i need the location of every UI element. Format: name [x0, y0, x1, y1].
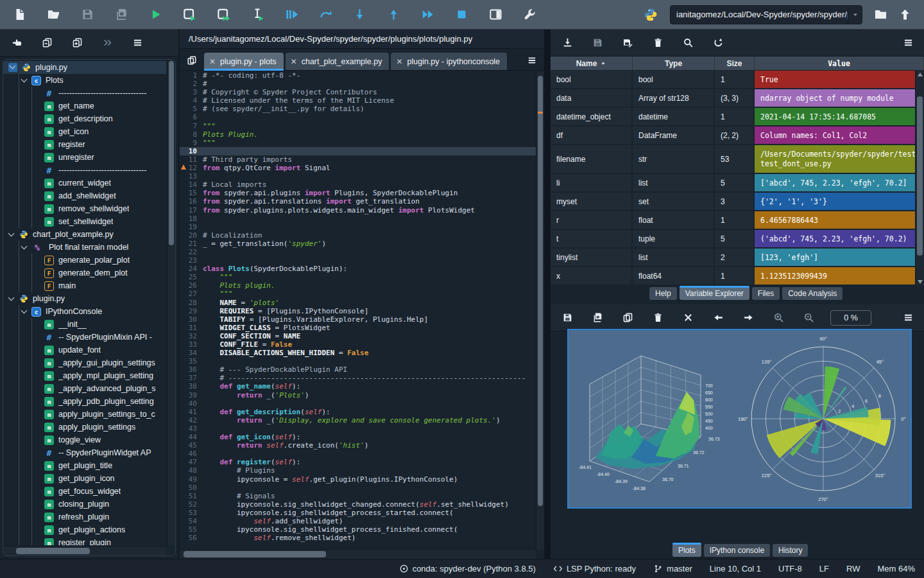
editor-tab-menu-button[interactable] [524, 52, 540, 69]
outline-item-get_description[interactable]: mget_description [3, 112, 166, 125]
variable-row-datetime_object[interactable]: datetime_objectdatetime12021-04-14 17:35… [551, 108, 924, 127]
step-return-button[interactable] [382, 4, 405, 26]
outline-item-unregister[interactable]: munregister [3, 151, 166, 164]
variable-explorer-options-button[interactable] [897, 33, 919, 53]
tab-help[interactable]: Help [649, 287, 677, 300]
outline-item-main[interactable]: Fmain [3, 279, 166, 292]
outline-item-_apply_gui_plugin_settings[interactable]: m_apply_gui_plugin_settings [3, 356, 166, 369]
expand-all-button[interactable] [66, 33, 88, 53]
variable-value[interactable]: 1.1235123099439 [755, 267, 924, 285]
variable-row-x[interactable]: xfloat6411.1235123099439 [551, 267, 924, 286]
code-editor[interactable]: 1# -*- coding: utf-8 -*-2#3# Copyright ©… [180, 71, 536, 549]
run-cell-button[interactable] [178, 4, 201, 26]
tab-history[interactable]: History [773, 544, 808, 557]
previous-plot-button[interactable] [707, 308, 729, 328]
tab-plots[interactable]: Plots [672, 544, 701, 557]
outline-item-apply_plugin_settings_to_c[interactable]: mapply_plugin_settings_to_c [3, 408, 166, 421]
column-header-name[interactable]: Name [551, 57, 633, 70]
outline-item-plot-final-terrain-model[interactable]: %Plot final terrain model [3, 241, 166, 254]
variable-row-tinylist[interactable]: tinylistlist2[123, 'efgh'] [551, 249, 924, 267]
new-file-button[interactable] [8, 4, 31, 26]
tab-ipython-console[interactable]: IPython console [704, 544, 770, 557]
outline-item-toggle_view[interactable]: mtoggle_view [3, 434, 166, 446]
outline-horizontal-scrollbar[interactable] [3, 546, 167, 556]
refresh-variables-button[interactable] [707, 33, 729, 53]
debug-stop-button[interactable] [450, 4, 473, 26]
outline-item-current_widget[interactable]: mcurrent_widget [3, 177, 166, 189]
outline-item-closing_plugin[interactable]: mclosing_plugin [3, 498, 166, 511]
preferences-button[interactable] [518, 4, 541, 26]
maximize-pane-button[interactable] [484, 4, 507, 26]
variable-row-myset[interactable]: mysetset3{'2', '1', '3'} [551, 193, 924, 211]
column-header-value[interactable]: Value [755, 57, 924, 70]
chevron-down-icon[interactable] [8, 231, 15, 238]
remove-variable-button[interactable] [647, 33, 669, 53]
outline-item-_apply_pdb_plugin_setting[interactable]: m_apply_pdb_plugin_setting [3, 395, 166, 408]
outline-item-ipythonconsole[interactable]: cIPythonConsole [3, 305, 166, 318]
variable-row-df[interactable]: dfDataFrame(2, 2)Column names: Col1, Col… [551, 127, 924, 145]
variable-row-data[interactable]: dataArray of str128(3, 3)ndarray object … [551, 89, 924, 108]
save-button[interactable] [76, 4, 99, 26]
tab-code-analysis[interactable]: Code Analysis [782, 287, 843, 300]
outline-vertical-scrollbar[interactable] [167, 60, 175, 545]
zoom-in-button[interactable] [767, 308, 789, 328]
chevron-down-icon[interactable] [8, 295, 15, 302]
variable-value[interactable]: /Users/Documents/spyder/spyder/tests, te… [755, 145, 924, 173]
outline-item-get_plugin_icon[interactable]: mget_plugin_icon [3, 472, 166, 485]
plots-options-button[interactable] [897, 308, 919, 328]
outline-item-chart_plot_example.py[interactable]: chart_plot_example.py [3, 228, 166, 241]
variable-value[interactable]: [123, 'efgh'] [755, 249, 924, 266]
save-all-plots-button[interactable] [586, 308, 608, 328]
tab-variable-explorer[interactable]: Variable Explorer [680, 287, 749, 300]
outline-item-plugin.py[interactable]: plugin.py [3, 292, 166, 305]
close-icon[interactable]: ✕ [291, 57, 297, 66]
chevron-down-icon[interactable] [21, 77, 28, 83]
save-all-button[interactable] [110, 4, 133, 26]
outline-item-get_name[interactable]: mget_name [3, 100, 166, 112]
browse-tabs-button[interactable] [184, 52, 200, 69]
step-over-button[interactable] [314, 4, 337, 26]
outline-item-generate_dem_plot[interactable]: Fgenerate_dem_plot [3, 267, 166, 279]
next-plot-button[interactable] [737, 308, 759, 328]
save-data-as-button[interactable] [617, 33, 638, 53]
editor-tab-chart_plot_example.py[interactable]: ✕chart_plot_example.py [286, 53, 389, 70]
working-directory-value[interactable]: ianitagomez/Local/Dev-Spyder/spyder/spyd… [671, 10, 848, 19]
chevron-down-icon[interactable] [8, 63, 17, 72]
plot-thumbnail[interactable]: 700650600550500450400-84.41-84.40-84.39-… [567, 329, 912, 509]
variable-value[interactable]: {'2', '1', '3'} [755, 193, 924, 210]
step-into-button[interactable] [348, 4, 371, 26]
follow-chevrons-button[interactable] [96, 33, 118, 53]
outline-item-register_plugin[interactable]: mregister_plugin [3, 536, 166, 545]
variable-row-li[interactable]: lilist5['abcd', 745, 2.23, 'efgh', 70.2] [551, 174, 924, 193]
column-header-type[interactable]: Type [633, 57, 715, 70]
outline-item-get_plugin_title[interactable]: mget_plugin_title [3, 459, 166, 472]
status-lsp-status[interactable]: LSP Python: ready [553, 564, 636, 574]
outline-item-plugin.py[interactable]: plugin.py [3, 61, 166, 74]
search-variable-button[interactable] [677, 33, 699, 53]
variable-table-scrollbar[interactable] [915, 71, 924, 286]
outline-item-_apply_mpl_plugin_setting[interactable]: m_apply_mpl_plugin_setting [3, 369, 166, 382]
status-conda-env[interactable]: conda: spyder-dev (Python 3.8.5) [399, 564, 536, 574]
editor-tab-plugin.py-plots[interactable]: ✕plugin.py - plots [204, 53, 284, 70]
chevron-down-icon[interactable] [21, 308, 28, 315]
variable-value[interactable]: ('abcd', 745, 2.23, 'efgh', 70.2) [755, 230, 924, 247]
parent-directory-button[interactable] [893, 4, 916, 26]
variable-value[interactable]: 2021-04-14 17:35:14.687085 [755, 108, 924, 125]
collapse-all-button[interactable] [36, 33, 58, 53]
outline-item-remove_shellwidget[interactable]: mremove_shellwidget [3, 202, 166, 215]
outline-item-add_shellwidget[interactable]: madd_shellwidget [3, 189, 166, 202]
variable-row-r[interactable]: rfloat16.46567886443 [551, 211, 924, 230]
close-icon[interactable]: ✕ [209, 57, 216, 66]
outline-item-generate_polar_plot[interactable]: Fgenerate_polar_plot [3, 254, 166, 267]
vertical-splitter[interactable] [544, 30, 551, 559]
remove-all-plots-button[interactable] [677, 308, 699, 328]
variable-value[interactable]: ['abcd', 745, 2.23, 'efgh', 70.2] [755, 174, 924, 191]
import-data-button[interactable] [556, 33, 578, 53]
outline-item-register[interactable]: mregister [3, 138, 166, 151]
browse-directory-button[interactable] [869, 4, 892, 26]
run-button[interactable] [144, 4, 167, 26]
outline-item-apply_plugin_settings[interactable]: mapply_plugin_settings [3, 421, 166, 434]
options-menu-button[interactable] [126, 33, 148, 53]
debug-button[interactable] [280, 4, 303, 26]
outline-item--[interactable]: #--------------------------------- [3, 164, 166, 177]
